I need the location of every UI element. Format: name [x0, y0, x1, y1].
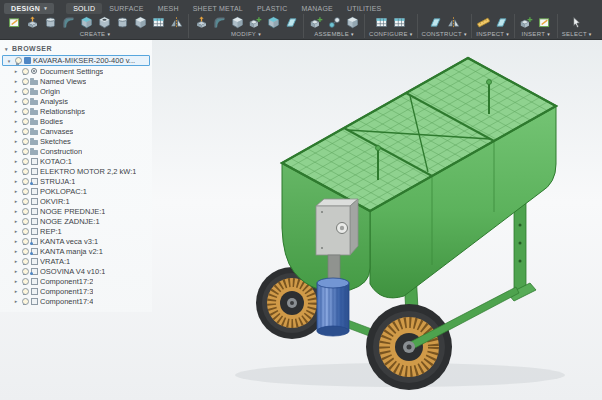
configure-button[interactable]	[374, 15, 390, 30]
visibility-icon[interactable]	[21, 97, 28, 105]
sweep-button[interactable]	[60, 15, 76, 30]
tree-row[interactable]: ▸ KANTA manja v2:1	[0, 246, 152, 256]
visibility-icon[interactable]	[21, 117, 28, 125]
tree-row[interactable]: ▾ KAVARA-MIKSER-200-400 v...	[2, 55, 150, 66]
visibility-icon[interactable]	[21, 157, 28, 165]
mirror-button[interactable]	[168, 15, 184, 30]
visibility-icon[interactable]	[21, 297, 28, 305]
create-sketch-button[interactable]	[6, 15, 22, 30]
extrude-button[interactable]	[24, 15, 40, 30]
tree-row[interactable]: ▸ NOGE ZADNJE:1	[0, 216, 152, 226]
visibility-icon[interactable]	[21, 107, 28, 115]
visibility-icon[interactable]	[21, 237, 28, 245]
visibility-icon[interactable]	[21, 217, 28, 225]
combine-button[interactable]	[247, 15, 263, 30]
expander-icon[interactable]: ▸	[13, 288, 19, 294]
toolbar-tab[interactable]: MANAGE	[294, 3, 340, 14]
section-analysis-button[interactable]	[494, 15, 510, 30]
visibility-icon[interactable]	[21, 87, 28, 95]
modify-group-dropdown[interactable]: MODIFY▾	[231, 31, 261, 37]
insert-design-button[interactable]	[519, 15, 535, 30]
tree-row[interactable]: ▸ ELEKTRO MOTOR 2,2 kW:1	[0, 166, 152, 176]
tree-row[interactable]: ▸ Bodies	[0, 116, 152, 126]
expander-icon[interactable]: ▸	[13, 298, 19, 304]
expander-icon[interactable]: ▸	[13, 158, 19, 164]
insert-group-dropdown[interactable]: INSERT▾	[521, 31, 550, 37]
browser-header[interactable]: ▾ BROWSER	[0, 42, 152, 55]
configuration-table-button[interactable]	[392, 15, 408, 30]
expander-icon[interactable]: ▸	[13, 88, 19, 94]
primitive-box-button[interactable]	[132, 15, 148, 30]
expander-icon[interactable]: ▸	[13, 198, 19, 204]
expander-icon[interactable]: ▸	[13, 68, 19, 74]
visibility-icon[interactable]	[21, 147, 28, 155]
offset-face-button[interactable]	[265, 15, 281, 30]
tree-row[interactable]: ▸ Construction	[0, 146, 152, 156]
tree-row[interactable]: ▸ OSOVINA V4 v10:1	[0, 266, 152, 276]
create-group-dropdown[interactable]: CREATE▾	[80, 31, 111, 37]
construct-axis-button[interactable]	[445, 15, 461, 30]
new-component-button[interactable]	[308, 15, 324, 30]
tree-row[interactable]: ▸ Component17:3	[0, 286, 152, 296]
visibility-icon[interactable]	[21, 177, 28, 185]
visibility-icon[interactable]	[21, 77, 28, 85]
tree-row[interactable]: ▸ Relationships	[0, 106, 152, 116]
model-electrical-box[interactable]	[316, 199, 358, 255]
visibility-icon[interactable]	[21, 267, 28, 275]
revolve-button[interactable]	[42, 15, 58, 30]
toolbar-tab[interactable]: PLASTIC	[250, 3, 295, 14]
tree-row[interactable]: ▸ Analysis	[0, 96, 152, 106]
tree-row[interactable]: ▸ Named Views	[0, 76, 152, 86]
tree-row[interactable]: ▸ Origin	[0, 86, 152, 96]
visibility-icon[interactable]	[14, 57, 21, 65]
expander-icon[interactable]: ▸	[13, 98, 19, 104]
visibility-icon[interactable]	[21, 247, 28, 255]
construct-plane-button[interactable]	[427, 15, 443, 30]
visibility-icon[interactable]	[21, 187, 28, 195]
inspect-group-dropdown[interactable]: INSPECT▾	[476, 31, 509, 37]
thread-button[interactable]	[114, 15, 130, 30]
tree-row[interactable]: ▸ Canvases	[0, 126, 152, 136]
expander-icon[interactable]: ▸	[13, 268, 19, 274]
select-button[interactable]	[569, 15, 585, 30]
rigid-group-button[interactable]	[344, 15, 360, 30]
expander-icon[interactable]: ▸	[13, 278, 19, 284]
expander-icon[interactable]: ▸	[13, 138, 19, 144]
tree-row[interactable]: ▸ STRUJA:1	[0, 176, 152, 186]
tree-row[interactable]: ▸ KOTAO:1	[0, 156, 152, 166]
expander-icon[interactable]: ▸	[13, 128, 19, 134]
expander-icon[interactable]: ▾	[6, 58, 12, 64]
decal-button[interactable]	[537, 15, 553, 30]
visibility-icon[interactable]	[21, 197, 28, 205]
shell-button[interactable]	[229, 15, 245, 30]
tree-row[interactable]: ▸ Component17:2	[0, 276, 152, 286]
expander-icon[interactable]: ▸	[13, 218, 19, 224]
tree-row[interactable]: ▸ POKLOPAC:1	[0, 186, 152, 196]
tree-row[interactable]: ▸ REP:1	[0, 226, 152, 236]
tree-row[interactable]: ▸ OKVIR:1	[0, 196, 152, 206]
workspace-switcher[interactable]: DESIGN ▾	[4, 3, 54, 14]
tree-row[interactable]: ▸ KANTA veca v3:1	[0, 236, 152, 246]
expander-icon[interactable]: ▸	[13, 78, 19, 84]
press-pull-button[interactable]	[193, 15, 209, 30]
select-group-dropdown[interactable]: SELECT▾	[562, 31, 592, 37]
expander-icon[interactable]: ▸	[13, 208, 19, 214]
expander-icon[interactable]: ▸	[13, 148, 19, 154]
construct-group-dropdown[interactable]: CONSTRUCT▾	[422, 31, 467, 37]
tree-row[interactable]: ▸ Sketches	[0, 136, 152, 146]
visibility-icon[interactable]	[21, 207, 28, 215]
tree-row[interactable]: ▸ Component17:4	[0, 296, 152, 306]
expander-icon[interactable]: ▸	[13, 258, 19, 264]
pattern-button[interactable]	[150, 15, 166, 30]
expander-icon[interactable]: ▸	[13, 248, 19, 254]
assemble-group-dropdown[interactable]: ASSEMBLE▾	[314, 31, 354, 37]
loft-button[interactable]	[78, 15, 94, 30]
toolbar-tab[interactable]: SHEET METAL	[186, 3, 250, 14]
toolbar-tab[interactable]: MESH	[151, 3, 186, 14]
visibility-icon[interactable]	[21, 127, 28, 135]
split-body-button[interactable]	[283, 15, 299, 30]
tree-row[interactable]: ▸ NOGE PREDNJE:1	[0, 206, 152, 216]
toolbar-tab[interactable]: UTILITIES	[340, 3, 388, 14]
visibility-icon[interactable]	[21, 287, 28, 295]
expander-icon[interactable]: ▸	[13, 118, 19, 124]
